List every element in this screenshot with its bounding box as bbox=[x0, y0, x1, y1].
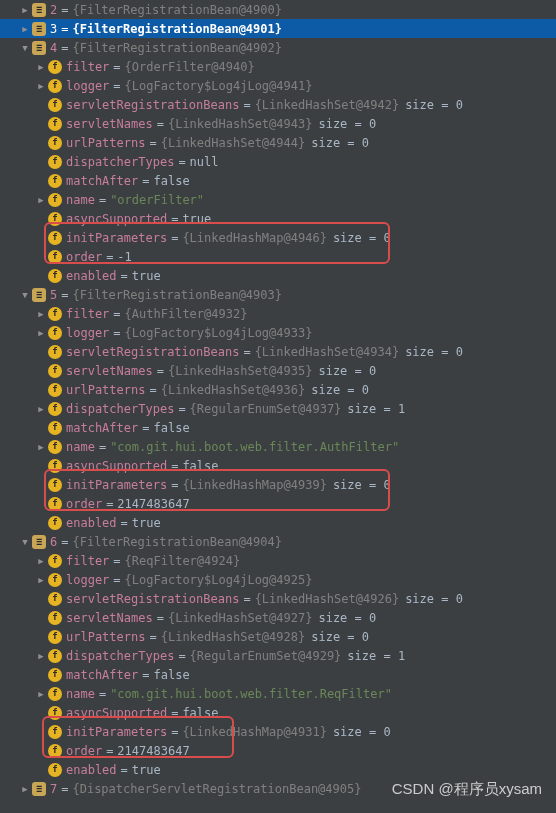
tree-row[interactable]: ▶servletNames={LinkedHashSet@4943}size =… bbox=[0, 114, 556, 133]
field-icon bbox=[48, 345, 62, 359]
equals-sign: = bbox=[61, 535, 68, 549]
debug-variables-tree[interactable]: ▶2={FilterRegistrationBean@4900}▶3={Filt… bbox=[0, 0, 556, 798]
equals-sign: = bbox=[113, 307, 120, 321]
tree-row[interactable]: ▶matchAfter=false bbox=[0, 171, 556, 190]
collapse-icon[interactable]: ▶ bbox=[36, 404, 46, 414]
tree-row[interactable]: ▶initParameters={LinkedHashMap@4931}size… bbox=[0, 722, 556, 741]
collapse-icon[interactable]: ▶ bbox=[36, 689, 46, 699]
tree-row[interactable]: ▶logger={LogFactory$Log4jLog@4941} bbox=[0, 76, 556, 95]
collapse-icon[interactable]: ▶ bbox=[36, 556, 46, 566]
tree-row[interactable]: ▶asyncSupported=false bbox=[0, 703, 556, 722]
equals-sign: = bbox=[171, 706, 178, 720]
collapse-icon[interactable]: ▶ bbox=[20, 24, 30, 34]
tree-row[interactable]: ▼4={FilterRegistrationBean@4902} bbox=[0, 38, 556, 57]
tree-row[interactable]: ▶order=-1 bbox=[0, 247, 556, 266]
tree-row[interactable]: ▶servletNames={LinkedHashSet@4935}size =… bbox=[0, 361, 556, 380]
expand-icon[interactable]: ▼ bbox=[20, 290, 30, 300]
tree-row[interactable]: ▶logger={LogFactory$Log4jLog@4933} bbox=[0, 323, 556, 342]
tree-row[interactable]: ▶urlPatterns={LinkedHashSet@4944}size = … bbox=[0, 133, 556, 152]
tree-row[interactable]: ▶enabled=true bbox=[0, 266, 556, 285]
variable-name: filter bbox=[66, 307, 109, 321]
size-suffix: size = 0 bbox=[333, 725, 391, 739]
tree-row[interactable]: ▶asyncSupported=false bbox=[0, 456, 556, 475]
tree-row[interactable]: ▶filter={OrderFilter@4940} bbox=[0, 57, 556, 76]
equals-sign: = bbox=[243, 345, 250, 359]
collapse-icon[interactable]: ▶ bbox=[36, 195, 46, 205]
variable-name: order bbox=[66, 250, 102, 264]
tree-row[interactable]: ▶initParameters={LinkedHashMap@4939}size… bbox=[0, 475, 556, 494]
tree-row[interactable]: ▶logger={LogFactory$Log4jLog@4925} bbox=[0, 570, 556, 589]
variable-name: servletRegistrationBeans bbox=[66, 98, 239, 112]
equals-sign: = bbox=[157, 117, 164, 131]
equals-sign: = bbox=[243, 98, 250, 112]
tree-row[interactable]: ▶filter={ReqFilter@4924} bbox=[0, 551, 556, 570]
tree-row[interactable]: ▶servletRegistrationBeans={LinkedHashSet… bbox=[0, 589, 556, 608]
tree-row[interactable]: ▶name="com.git.hui.boot.web.filter.AuthF… bbox=[0, 437, 556, 456]
tree-row[interactable]: ▶servletNames={LinkedHashSet@4927}size =… bbox=[0, 608, 556, 627]
field-icon bbox=[48, 250, 62, 264]
tree-row[interactable]: ▶enabled=true bbox=[0, 513, 556, 532]
tree-row[interactable]: ▶dispatcherTypes={RegularEnumSet@4937}si… bbox=[0, 399, 556, 418]
collapse-icon[interactable]: ▶ bbox=[36, 328, 46, 338]
variable-value: {FilterRegistrationBean@4902} bbox=[72, 41, 282, 55]
list-entry-icon bbox=[32, 288, 46, 302]
collapse-icon[interactable]: ▶ bbox=[36, 309, 46, 319]
variable-name: enabled bbox=[66, 269, 117, 283]
variable-value: false bbox=[153, 174, 189, 188]
variable-name: servletNames bbox=[66, 117, 153, 131]
tree-row[interactable]: ▼5={FilterRegistrationBean@4903} bbox=[0, 285, 556, 304]
expand-icon[interactable]: ▼ bbox=[20, 537, 30, 547]
variable-value: true bbox=[132, 269, 161, 283]
tree-row[interactable]: ▶initParameters={LinkedHashMap@4946}size… bbox=[0, 228, 556, 247]
tree-row[interactable]: ▶servletRegistrationBeans={LinkedHashSet… bbox=[0, 95, 556, 114]
collapse-icon[interactable]: ▶ bbox=[20, 784, 30, 794]
equals-sign: = bbox=[113, 60, 120, 74]
tree-row[interactable]: ▶dispatcherTypes=null bbox=[0, 152, 556, 171]
variable-value: "orderFilter" bbox=[110, 193, 204, 207]
tree-row[interactable]: ▶order=2147483647 bbox=[0, 494, 556, 513]
tree-row[interactable]: ▶matchAfter=false bbox=[0, 418, 556, 437]
size-suffix: size = 0 bbox=[318, 611, 376, 625]
collapse-icon[interactable]: ▶ bbox=[36, 62, 46, 72]
tree-row[interactable]: ▶order=2147483647 bbox=[0, 741, 556, 760]
tree-row[interactable]: ▼6={FilterRegistrationBean@4904} bbox=[0, 532, 556, 551]
variable-name: 2 bbox=[50, 3, 57, 17]
variable-name: 6 bbox=[50, 535, 57, 549]
collapse-icon[interactable]: ▶ bbox=[36, 651, 46, 661]
tree-row[interactable]: ▶servletRegistrationBeans={LinkedHashSet… bbox=[0, 342, 556, 361]
tree-row[interactable]: ▶dispatcherTypes={RegularEnumSet@4929}si… bbox=[0, 646, 556, 665]
variable-value: {LinkedHashSet@4935} bbox=[168, 364, 313, 378]
variable-value: true bbox=[132, 763, 161, 777]
variable-name: 7 bbox=[50, 782, 57, 796]
variable-name: servletRegistrationBeans bbox=[66, 345, 239, 359]
tree-row[interactable]: ▶filter={AuthFilter@4932} bbox=[0, 304, 556, 323]
collapse-icon[interactable]: ▶ bbox=[36, 575, 46, 585]
tree-row[interactable]: ▶name="com.git.hui.boot.web.filter.ReqFi… bbox=[0, 684, 556, 703]
field-icon bbox=[48, 478, 62, 492]
tree-row[interactable]: ▶urlPatterns={LinkedHashSet@4928}size = … bbox=[0, 627, 556, 646]
variable-value: "com.git.hui.boot.web.filter.ReqFilter" bbox=[110, 687, 392, 701]
tree-row[interactable]: ▶3={FilterRegistrationBean@4901} bbox=[0, 19, 556, 38]
equals-sign: = bbox=[178, 402, 185, 416]
size-suffix: size = 1 bbox=[347, 402, 405, 416]
tree-row[interactable]: ▶asyncSupported=true bbox=[0, 209, 556, 228]
tree-row[interactable]: ▶urlPatterns={LinkedHashSet@4936}size = … bbox=[0, 380, 556, 399]
collapse-icon[interactable]: ▶ bbox=[36, 442, 46, 452]
field-icon bbox=[48, 155, 62, 169]
equals-sign: = bbox=[171, 725, 178, 739]
field-icon bbox=[48, 326, 62, 340]
expand-icon[interactable]: ▼ bbox=[20, 43, 30, 53]
collapse-icon[interactable]: ▶ bbox=[20, 5, 30, 15]
tree-row[interactable]: ▶matchAfter=false bbox=[0, 665, 556, 684]
variable-value: {RegularEnumSet@4929} bbox=[190, 649, 342, 663]
tree-row[interactable]: ▶name="orderFilter" bbox=[0, 190, 556, 209]
collapse-icon[interactable]: ▶ bbox=[36, 81, 46, 91]
equals-sign: = bbox=[113, 326, 120, 340]
tree-row[interactable]: ▶2={FilterRegistrationBean@4900} bbox=[0, 0, 556, 19]
equals-sign: = bbox=[121, 269, 128, 283]
size-suffix: size = 0 bbox=[311, 383, 369, 397]
variable-value: {LinkedHashSet@4942} bbox=[255, 98, 400, 112]
tree-row[interactable]: ▶enabled=true bbox=[0, 760, 556, 779]
size-suffix: size = 0 bbox=[405, 345, 463, 359]
field-icon bbox=[48, 364, 62, 378]
